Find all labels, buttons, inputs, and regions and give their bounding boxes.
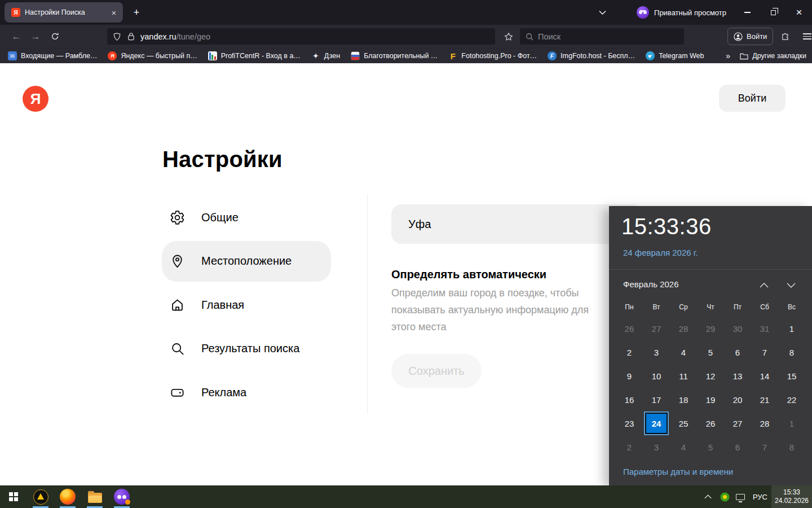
calendar-day[interactable]: 31 (751, 317, 778, 340)
browser-tab[interactable]: Я Настройки Поиска × (5, 2, 123, 23)
page-login-button[interactable]: Войти (719, 85, 785, 112)
calendar-day[interactable]: 6 (724, 340, 751, 364)
calendar-day[interactable]: 21 (751, 388, 778, 411)
other-bookmarks-label: Другие закладки (752, 52, 806, 60)
back-button[interactable]: ← (7, 28, 26, 46)
settings-menu-item-home[interactable]: Главная (162, 284, 331, 325)
restore-button[interactable] (760, 0, 786, 25)
calendar-day[interactable]: 10 (643, 364, 670, 388)
extensions-puzzle-icon[interactable] (776, 28, 795, 46)
minimize-button[interactable] (734, 0, 760, 25)
taskbar-app-firefox-private[interactable] (108, 485, 135, 508)
calendar-day[interactable]: 19 (697, 388, 724, 411)
calendar-day[interactable]: 13 (724, 364, 751, 388)
calendar-day[interactable]: 16 (616, 388, 643, 411)
calendar-day[interactable]: 26 (697, 411, 724, 435)
city-field[interactable] (391, 204, 643, 244)
calendar-day[interactable]: 25 (670, 411, 697, 435)
tray-show-hidden-chevron-icon[interactable] (698, 485, 717, 508)
calendar-day[interactable]: 17 (643, 388, 670, 411)
calendar-day[interactable]: 3 (643, 435, 670, 459)
calendar-prev-chevron-icon[interactable] (756, 280, 772, 290)
settings-menu-item-pin[interactable]: Местоположение (162, 241, 331, 282)
settings-menu-item-gear[interactable]: Общие (162, 197, 331, 238)
calendar-day[interactable]: 30 (724, 317, 751, 340)
bookmarks-overflow-chevron-icon[interactable]: » (721, 51, 735, 60)
calendar-day[interactable]: 7 (751, 435, 778, 459)
bookmark-item[interactable]: Telegram Web (646, 51, 704, 60)
bookmark-item[interactable]: Благотворительный … (351, 51, 438, 60)
antivirus-tray-icon[interactable] (717, 485, 732, 508)
calendar-day-selected[interactable]: 24 (645, 413, 668, 434)
url-bar[interactable]: yandex.ru/tune/geo (107, 28, 495, 45)
calendar-day[interactable]: 9 (616, 364, 643, 388)
weekday-label: Вс (778, 301, 805, 313)
calendar-day[interactable]: 8 (778, 435, 805, 459)
imgfoto-icon (548, 51, 557, 60)
calendar-day[interactable]: 4 (670, 340, 697, 364)
datetime-settings-link[interactable]: Параметры даты и времени (623, 467, 733, 476)
bookmark-item[interactable]: Дзен (311, 51, 340, 60)
list-tabs-chevron-icon[interactable] (594, 4, 611, 21)
new-tab-button[interactable]: + (127, 3, 145, 21)
other-bookmarks-button[interactable]: Другие закладки (740, 52, 806, 60)
forward-button[interactable]: → (26, 28, 45, 46)
taskbar-app-aimp[interactable] (27, 485, 54, 508)
calendar-day[interactable]: 27 (643, 317, 670, 340)
yandex-logo-icon[interactable]: Я (23, 86, 48, 112)
calendar-day[interactable]: 28 (670, 317, 697, 340)
calendar-day[interactable]: 8 (778, 340, 805, 364)
reload-button[interactable] (45, 28, 64, 46)
tab-close-icon[interactable]: × (108, 7, 120, 18)
search-input[interactable] (538, 32, 668, 41)
taskbar-clock[interactable]: 15:33 24.02.2026 (771, 485, 812, 508)
clock-date-link[interactable]: 24 февраля 2026 г. (623, 248, 698, 257)
save-button[interactable]: Сохранить (391, 354, 482, 388)
bookmark-item[interactable]: Яндекс — быстрый п… (108, 51, 197, 60)
bookmark-label: ImgFoto.host - Беспл… (561, 52, 635, 60)
calendar-day[interactable]: 14 (751, 364, 778, 388)
taskbar-app-explorer[interactable] (81, 485, 108, 508)
language-indicator[interactable]: РУС (749, 485, 771, 508)
yandex-favicon-icon: Я (11, 8, 20, 17)
calendar-next-chevron-icon[interactable] (783, 280, 799, 290)
calendar-day[interactable]: 29 (697, 317, 724, 340)
calendar-day[interactable]: 23 (616, 411, 643, 435)
calendar-day[interactable]: 27 (724, 411, 751, 435)
search-bar[interactable] (520, 28, 684, 45)
calendar-day[interactable]: 1 (778, 411, 805, 435)
calendar-day[interactable]: 12 (697, 364, 724, 388)
calendar-day[interactable]: 1 (778, 317, 805, 340)
bookmark-item[interactable]: ProfiTCentR - Вход в а… (208, 51, 301, 60)
calendar-day[interactable]: 15 (778, 364, 805, 388)
settings-menu-item-search[interactable]: Результаты поиска (162, 329, 331, 369)
network-tray-icon[interactable] (732, 485, 749, 508)
calendar-day[interactable]: 26 (616, 317, 643, 340)
calendar-day[interactable]: 5 (697, 435, 724, 459)
calendar-day[interactable]: 22 (778, 388, 805, 411)
calendar-day[interactable]: 4 (670, 435, 697, 459)
taskbar-app-firefox[interactable] (54, 485, 81, 508)
calendar-month-label[interactable]: Февраль 2026 (623, 279, 679, 289)
firefox-signin-button[interactable]: Войти (727, 28, 773, 45)
calendar-day[interactable]: 2 (616, 435, 643, 459)
calendar-day[interactable]: 18 (670, 388, 697, 411)
calendar-day[interactable]: 6 (724, 435, 751, 459)
bookmark-item[interactable]: Fotohosting.Pro - Фот… (448, 51, 537, 60)
menu-hamburger-icon[interactable] (798, 28, 812, 46)
start-button[interactable] (0, 485, 27, 508)
account-icon (734, 32, 743, 41)
calendar-day[interactable]: 28 (751, 411, 778, 435)
calendar-day[interactable]: 3 (643, 340, 670, 364)
bookmark-item[interactable]: ImgFoto.host - Беспл… (548, 51, 635, 60)
calendar-day[interactable]: 20 (724, 388, 751, 411)
city-input[interactable] (391, 218, 643, 231)
bookmark-star-icon[interactable] (498, 28, 519, 46)
close-button[interactable]: × (786, 0, 812, 25)
calendar-day[interactable]: 5 (697, 340, 724, 364)
calendar-day[interactable]: 2 (616, 340, 643, 364)
calendar-day[interactable]: 11 (670, 364, 697, 388)
calendar-day[interactable]: 7 (751, 340, 778, 364)
bookmark-item[interactable]: Входящие — Рамбле… (8, 51, 97, 60)
settings-menu-item-tag[interactable]: Реклама (162, 372, 331, 413)
